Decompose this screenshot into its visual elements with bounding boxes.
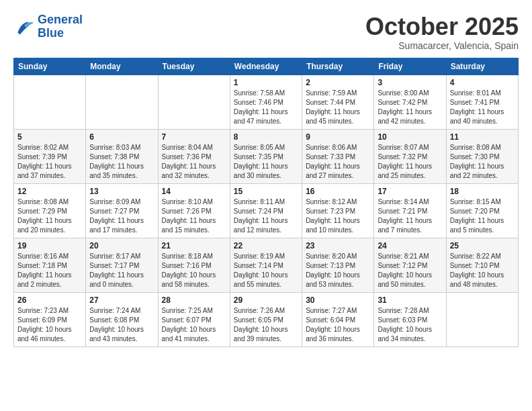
day-info: Sunrise: 8:12 AM Sunset: 7:23 PM Dayligh…: [306, 197, 370, 235]
day-info: Sunrise: 7:59 AM Sunset: 7:44 PM Dayligh…: [306, 89, 370, 126]
day-info: Sunrise: 7:25 AM Sunset: 6:07 PM Dayligh…: [162, 306, 226, 344]
day-number: 13: [89, 187, 154, 196]
day-info: Sunrise: 8:10 AM Sunset: 7:26 PM Dayligh…: [162, 197, 226, 235]
day-number: 29: [234, 295, 298, 305]
day-info: Sunrise: 8:14 AM Sunset: 7:21 PM Dayligh…: [378, 197, 442, 235]
day-number: 4: [450, 78, 515, 87]
day-number: 20: [89, 241, 154, 250]
day-number: 19: [17, 241, 82, 250]
day-info: Sunrise: 8:08 AM Sunset: 7:30 PM Dayligh…: [450, 143, 515, 181]
calendar-week-row: 26Sunrise: 7:23 AM Sunset: 6:09 PM Dayli…: [14, 292, 519, 347]
calendar-week-row: 12Sunrise: 8:08 AM Sunset: 7:29 PM Dayli…: [14, 183, 519, 238]
calendar-cell: 22Sunrise: 8:19 AM Sunset: 7:14 PM Dayli…: [230, 238, 302, 292]
day-info: Sunrise: 8:04 AM Sunset: 7:36 PM Dayligh…: [162, 143, 226, 181]
day-number: 11: [450, 132, 515, 142]
calendar-cell: 6Sunrise: 8:03 AM Sunset: 7:38 PM Daylig…: [86, 129, 158, 183]
calendar-table: SundayMondayTuesdayWednesdayThursdayFrid…: [13, 58, 519, 347]
day-number: 18: [450, 187, 515, 196]
calendar-week-row: 5Sunrise: 8:02 AM Sunset: 7:39 PM Daylig…: [14, 129, 519, 183]
location: Sumacarcer, Valencia, Spain: [365, 40, 519, 51]
calendar-cell: 14Sunrise: 8:10 AM Sunset: 7:26 PM Dayli…: [158, 183, 230, 238]
day-info: Sunrise: 7:58 AM Sunset: 7:46 PM Dayligh…: [234, 89, 298, 126]
day-number: 27: [89, 295, 154, 305]
calendar-cell: 17Sunrise: 8:14 AM Sunset: 7:21 PM Dayli…: [374, 183, 446, 238]
day-number: 26: [17, 295, 82, 305]
day-info: Sunrise: 8:07 AM Sunset: 7:32 PM Dayligh…: [378, 143, 442, 181]
day-header-thursday: Thursday: [302, 58, 374, 75]
day-info: Sunrise: 7:28 AM Sunset: 6:03 PM Dayligh…: [378, 306, 442, 344]
day-number: 28: [162, 295, 226, 305]
calendar-cell: [158, 75, 230, 129]
calendar-cell: 2Sunrise: 7:59 AM Sunset: 7:44 PM Daylig…: [302, 75, 374, 129]
calendar-cell: 9Sunrise: 8:06 AM Sunset: 7:33 PM Daylig…: [302, 129, 374, 183]
calendar-cell: 21Sunrise: 8:18 AM Sunset: 7:16 PM Dayli…: [158, 238, 230, 292]
day-number: 22: [234, 241, 298, 250]
day-number: 24: [378, 241, 442, 250]
day-number: 17: [378, 187, 442, 196]
calendar-week-row: 1Sunrise: 7:58 AM Sunset: 7:46 PM Daylig…: [14, 75, 519, 129]
day-number: 6: [89, 132, 154, 142]
calendar-cell: 19Sunrise: 8:16 AM Sunset: 7:18 PM Dayli…: [14, 238, 86, 292]
day-number: 3: [378, 78, 442, 87]
day-info: Sunrise: 8:21 AM Sunset: 7:12 PM Dayligh…: [378, 252, 442, 289]
day-number: 8: [234, 132, 298, 142]
day-info: Sunrise: 8:01 AM Sunset: 7:41 PM Dayligh…: [450, 89, 515, 126]
calendar-cell: 30Sunrise: 7:27 AM Sunset: 6:04 PM Dayli…: [302, 292, 374, 347]
day-number: 16: [306, 187, 370, 196]
day-number: 21: [162, 241, 226, 250]
page-header: General Blue October 2025 Sumacarcer, Va…: [13, 13, 519, 51]
day-number: 1: [234, 78, 298, 87]
day-info: Sunrise: 8:00 AM Sunset: 7:42 PM Dayligh…: [378, 89, 442, 126]
logo: General Blue: [13, 13, 83, 40]
logo-text: General Blue: [38, 13, 83, 40]
day-info: Sunrise: 8:19 AM Sunset: 7:14 PM Dayligh…: [234, 252, 298, 289]
calendar-cell: 7Sunrise: 8:04 AM Sunset: 7:36 PM Daylig…: [158, 129, 230, 183]
calendar-cell: 25Sunrise: 8:22 AM Sunset: 7:10 PM Dayli…: [446, 238, 518, 292]
calendar-cell: 3Sunrise: 8:00 AM Sunset: 7:42 PM Daylig…: [374, 75, 446, 129]
day-info: Sunrise: 8:18 AM Sunset: 7:16 PM Dayligh…: [162, 252, 226, 289]
calendar-cell: 8Sunrise: 8:05 AM Sunset: 7:35 PM Daylig…: [230, 129, 302, 183]
day-info: Sunrise: 8:03 AM Sunset: 7:38 PM Dayligh…: [89, 143, 154, 181]
calendar-cell: 5Sunrise: 8:02 AM Sunset: 7:39 PM Daylig…: [14, 129, 86, 183]
calendar-cell: [446, 292, 518, 347]
calendar-cell: 29Sunrise: 7:26 AM Sunset: 6:05 PM Dayli…: [230, 292, 302, 347]
day-info: Sunrise: 7:24 AM Sunset: 6:08 PM Dayligh…: [89, 306, 154, 344]
day-number: 10: [378, 132, 442, 142]
calendar-cell: 12Sunrise: 8:08 AM Sunset: 7:29 PM Dayli…: [14, 183, 86, 238]
day-info: Sunrise: 8:02 AM Sunset: 7:39 PM Dayligh…: [17, 143, 82, 181]
title-area: October 2025 Sumacarcer, Valencia, Spain: [365, 13, 519, 51]
calendar-cell: [14, 75, 86, 129]
day-info: Sunrise: 7:27 AM Sunset: 6:04 PM Dayligh…: [306, 306, 370, 344]
day-number: 2: [306, 78, 370, 87]
day-header-saturday: Saturday: [446, 58, 518, 75]
day-header-sunday: Sunday: [14, 58, 86, 75]
calendar-cell: 10Sunrise: 8:07 AM Sunset: 7:32 PM Dayli…: [374, 129, 446, 183]
calendar-cell: 20Sunrise: 8:17 AM Sunset: 7:17 PM Dayli…: [86, 238, 158, 292]
calendar-cell: 4Sunrise: 8:01 AM Sunset: 7:41 PM Daylig…: [446, 75, 518, 129]
day-header-wednesday: Wednesday: [230, 58, 302, 75]
day-info: Sunrise: 8:16 AM Sunset: 7:18 PM Dayligh…: [17, 252, 82, 289]
day-info: Sunrise: 8:22 AM Sunset: 7:10 PM Dayligh…: [450, 252, 515, 289]
calendar-cell: 24Sunrise: 8:21 AM Sunset: 7:12 PM Dayli…: [374, 238, 446, 292]
day-info: Sunrise: 8:08 AM Sunset: 7:29 PM Dayligh…: [17, 197, 82, 235]
day-info: Sunrise: 8:17 AM Sunset: 7:17 PM Dayligh…: [89, 252, 154, 289]
calendar-cell: 31Sunrise: 7:28 AM Sunset: 6:03 PM Dayli…: [374, 292, 446, 347]
day-number: 30: [306, 295, 370, 305]
day-number: 7: [162, 132, 226, 142]
day-header-tuesday: Tuesday: [158, 58, 230, 75]
calendar-cell: 18Sunrise: 8:15 AM Sunset: 7:20 PM Dayli…: [446, 183, 518, 238]
day-number: 15: [234, 187, 298, 196]
day-number: 12: [17, 187, 82, 196]
day-info: Sunrise: 8:05 AM Sunset: 7:35 PM Dayligh…: [234, 143, 298, 181]
calendar-cell: 28Sunrise: 7:25 AM Sunset: 6:07 PM Dayli…: [158, 292, 230, 347]
calendar-cell: [86, 75, 158, 129]
day-info: Sunrise: 8:15 AM Sunset: 7:20 PM Dayligh…: [450, 197, 515, 235]
logo-icon: [13, 17, 35, 36]
calendar-cell: 16Sunrise: 8:12 AM Sunset: 7:23 PM Dayli…: [302, 183, 374, 238]
day-info: Sunrise: 8:06 AM Sunset: 7:33 PM Dayligh…: [306, 143, 370, 181]
calendar-cell: 11Sunrise: 8:08 AM Sunset: 7:30 PM Dayli…: [446, 129, 518, 183]
day-info: Sunrise: 8:09 AM Sunset: 7:27 PM Dayligh…: [89, 197, 154, 235]
day-header-friday: Friday: [374, 58, 446, 75]
calendar-cell: 15Sunrise: 8:11 AM Sunset: 7:24 PM Dayli…: [230, 183, 302, 238]
calendar-cell: 26Sunrise: 7:23 AM Sunset: 6:09 PM Dayli…: [14, 292, 86, 347]
